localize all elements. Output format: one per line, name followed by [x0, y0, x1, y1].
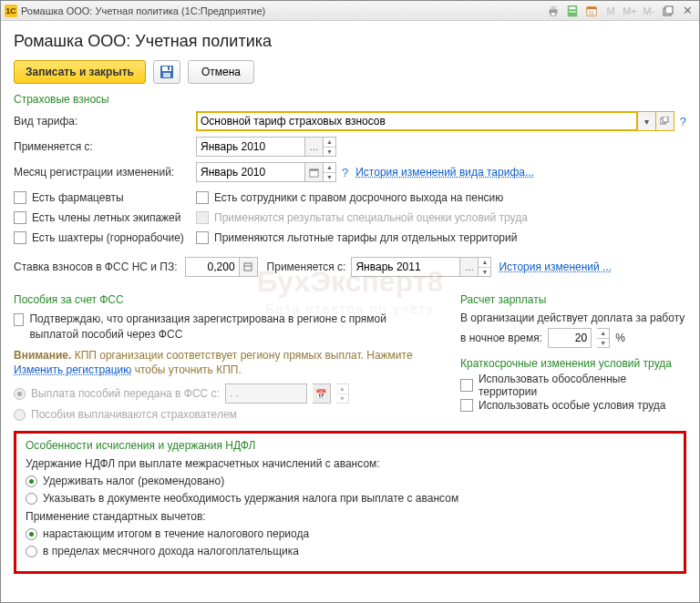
- svg-rect-2: [551, 12, 555, 15]
- chk-early-pension[interactable]: [196, 191, 209, 204]
- print-icon[interactable]: [545, 4, 561, 18]
- chk-special-eval: [196, 211, 209, 224]
- calendar-icon[interactable]: 31: [583, 4, 600, 18]
- warn-prefix: Внимание.: [14, 349, 71, 362]
- applies-from-spinner[interactable]: ▲▼: [324, 137, 336, 157]
- transferred-date-input: [225, 383, 307, 404]
- change-registration-link[interactable]: Изменить регистрацию: [14, 363, 131, 376]
- memory-mplus: M+: [622, 4, 638, 18]
- window-title: Ромашка ООО: Учетная политика (1С:Предпр…: [21, 5, 545, 16]
- transferred-date-calendar: 📅: [313, 383, 331, 404]
- app-icon: 1C: [5, 5, 17, 17]
- two-col: Пособия за счет ФСС Подтверждаю, что орг…: [14, 288, 686, 425]
- fss-rate-input[interactable]: [185, 257, 240, 277]
- fss-benefits-title: Пособия за счет ФСС: [14, 293, 433, 306]
- chk-special-eval-label: Применяются результаты специальной оценк…: [214, 211, 528, 224]
- chk-pref-tariffs-label: Применяются льготные тарифы для отдельны…: [214, 231, 517, 244]
- app-window: 1C Ромашка ООО: Учетная политика (1С:Пре…: [0, 0, 700, 603]
- chk-miners[interactable]: [14, 231, 26, 244]
- radio-cumulative[interactable]: [26, 528, 37, 540]
- night-text2: в ночное время:: [460, 332, 542, 344]
- svg-rect-6: [571, 11, 573, 13]
- labor-section-title: Краткосрочные изменения условий труда: [460, 357, 686, 370]
- applies-from-input[interactable]: [196, 137, 305, 157]
- ndfl-section-title: Особенности исчисления и удержания НДФЛ: [26, 439, 674, 452]
- svg-rect-16: [168, 66, 170, 70]
- calc-icon[interactable]: [564, 4, 581, 18]
- warn-suffix: чтобы уточнить КПП.: [131, 363, 241, 376]
- salary-section-title: Расчет зарплаты: [460, 293, 686, 306]
- svg-rect-1: [551, 5, 555, 9]
- svg-rect-4: [570, 6, 576, 9]
- content: Ромашка ООО: Учетная политика Записать и…: [1, 21, 699, 587]
- tariff-history-link[interactable]: История изменений вида тарифа...: [355, 166, 534, 179]
- radio-indicate[interactable]: [26, 493, 37, 505]
- chk-pref-tariffs[interactable]: [196, 231, 209, 244]
- night-text1: В организации действует доплата за работ…: [460, 312, 686, 324]
- fss-rate-calc[interactable]: [240, 257, 258, 277]
- svg-text:31: 31: [589, 8, 595, 15]
- reg-month-row: Месяц регистрации изменений: ▲▼ ? Истори…: [14, 162, 686, 182]
- titlebar: 1C Ромашка ООО: Учетная политика (1С:Пре…: [1, 1, 699, 21]
- ndfl-box: Особенности исчисления и удержания НДФЛ …: [14, 431, 686, 574]
- save-button[interactable]: [153, 60, 180, 84]
- reg-month-calendar[interactable]: [305, 162, 324, 182]
- radio-insurer-label: Пособия выплачиваются страхователем: [31, 408, 237, 421]
- transferred-date-spinner: ▲▼: [336, 383, 349, 404]
- fss-applies-spinner[interactable]: ▲▼: [479, 257, 491, 277]
- chk-fss-confirm[interactable]: [14, 313, 24, 326]
- svg-rect-21: [244, 263, 252, 271]
- svg-rect-5: [570, 11, 571, 13]
- radio-monthly[interactable]: [26, 546, 37, 557]
- detach-icon[interactable]: [660, 4, 676, 18]
- tariff-dropdown-button[interactable]: ▾: [638, 111, 656, 131]
- close-icon[interactable]: ✕: [679, 4, 695, 18]
- night-pct: %: [615, 332, 625, 344]
- fss-warning: Внимание. КПП организации соответствует …: [14, 348, 433, 379]
- tariff-open-button[interactable]: [656, 111, 674, 131]
- applies-from-picker[interactable]: …: [305, 137, 324, 157]
- toolbar: Записать и закрыть Отмена: [14, 60, 686, 84]
- radio-transferred: [14, 388, 26, 400]
- reg-month-spinner[interactable]: ▲▼: [324, 162, 336, 182]
- cancel-button[interactable]: Отмена: [188, 60, 254, 84]
- radio-withhold-label: Удерживать налог (рекомендовано): [43, 475, 224, 487]
- svg-rect-18: [663, 117, 668, 122]
- chk-flight-label: Есть члены летных экипажей: [32, 211, 180, 224]
- deduct-label: Применение стандартных вычетов:: [26, 510, 674, 523]
- chk-miners-label: Есть шахтеры (горнорабочие): [32, 231, 184, 244]
- applies-from-row: Применяется с: … ▲▼: [14, 137, 686, 157]
- svg-rect-7: [574, 11, 576, 13]
- fss-rate-row: Ставка взносов в ФСС НС и ПЗ: Применяетс…: [14, 257, 686, 277]
- chk-early-pension-label: Есть сотрудники с правом досрочного выхо…: [214, 191, 503, 204]
- chk-isolated[interactable]: [460, 379, 473, 392]
- radio-transferred-label: Выплата пособий передана в ФСС с:: [31, 387, 220, 400]
- night-value-input[interactable]: [548, 328, 592, 348]
- radio-withhold[interactable]: [26, 475, 37, 487]
- fss-applies-picker[interactable]: …: [460, 257, 479, 277]
- warn-text: КПП организации соответствует региону пр…: [71, 349, 412, 362]
- tariff-row: Вид тарифа: ▾ ?: [14, 111, 686, 131]
- memory-mminus: M-: [641, 4, 657, 18]
- tariff-help[interactable]: ?: [680, 115, 686, 128]
- tariff-input[interactable]: [196, 111, 638, 131]
- memory-m: M: [602, 4, 619, 18]
- fss-applies-label: Применяется с:: [267, 261, 346, 273]
- svg-rect-15: [163, 73, 170, 77]
- fss-history-link[interactable]: История изменений ...: [499, 261, 612, 273]
- radio-monthly-label: в пределах месячного дохода налогоплател…: [43, 545, 299, 557]
- chk-isolated-label: Использовать обособленные территории: [479, 373, 686, 398]
- titlebar-actions: 31 M M+ M- ✕: [545, 4, 695, 18]
- chk-fss-confirm-label: Подтверждаю, что организация зарегистрир…: [29, 312, 433, 342]
- radio-insurer: [14, 409, 26, 421]
- night-spinner[interactable]: ▲▼: [597, 328, 610, 348]
- reg-month-label: Месяц регистрации изменений:: [14, 166, 196, 179]
- reg-month-help[interactable]: ?: [342, 166, 348, 179]
- chk-special-cond-label: Использовать особые условия труда: [479, 399, 665, 412]
- save-close-button[interactable]: Записать и закрыть: [14, 60, 146, 84]
- chk-flight[interactable]: [14, 211, 26, 224]
- chk-special-cond[interactable]: [460, 399, 473, 412]
- reg-month-input[interactable]: [196, 162, 305, 182]
- chk-pharm[interactable]: [14, 191, 26, 204]
- fss-applies-input[interactable]: [351, 257, 460, 277]
